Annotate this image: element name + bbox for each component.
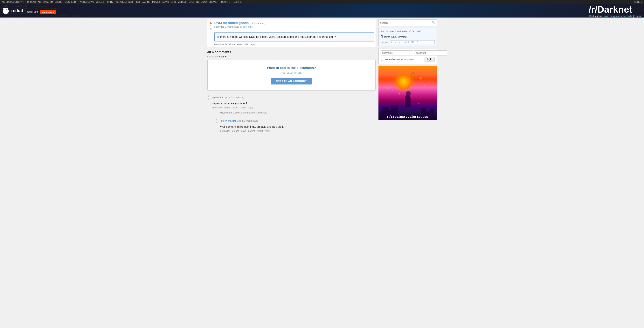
post-actions: 6 comments share save hide report [214,43,374,46]
post-domain: (self.darknet) [250,22,265,25]
login-link[interactable]: Log in [603,15,609,18]
comment-report[interactable]: report [240,106,246,109]
reply-downvote-button[interactable]: ▼ [216,121,218,124]
reply-comment-header: ▲ ▼ [-] tery_mac S 1 point 3 months ago [216,118,376,124]
post-save-link[interactable]: save [237,43,242,46]
login-bottom: remember me reset password login [380,57,435,62]
nav-link-pics[interactable]: PICS [134,1,140,3]
search-button[interactable]: 🔍 [432,21,435,24]
post-report-link[interactable]: report [250,43,256,46]
post-title-area: DNM for stolen goods (self.darknet) subm… [214,21,265,28]
comment-author-link[interactable]: exzibita [214,96,223,99]
post-header: ▲ 4 ▼ DNM for stolen goods (self.darknet… [209,21,374,31]
remember-me-checkbox[interactable] [380,58,383,61]
teal-dot-1 [387,88,388,89]
login-box: remember me reset password login [378,48,437,64]
main-container: ▲ 4 ▼ DNM for stolen goods (self.darknet… [206,18,439,140]
reddit-wordmark: reddit [11,8,23,13]
post-downvote-button[interactable]: ▼ [209,28,212,31]
sidebar-image-label: r/ImaginaryColorScapes [378,115,437,119]
nav-link-all[interactable]: ALL [37,1,42,3]
top-navigation: MY SUBREDDITS ▼ | POPULAR - ALL - RANDOM… [0,0,644,4]
nav-link-aww[interactable]: AWW [201,1,208,3]
comment-save[interactable]: save [233,106,238,109]
subreddit-subtitle: Want to join? Log in or sign up in secon… [588,15,642,18]
login-button[interactable]: login [424,57,434,62]
nav-link-todayilearned[interactable]: TODAYILEARNED [114,1,134,3]
post-author-link[interactable]: tery_mac [243,26,252,28]
comment-expand-button[interactable]: [-] [212,96,214,99]
post-title-link[interactable]: DNM for stolen goods (self.darknet) [214,21,265,25]
teal-dot-4 [418,103,419,104]
comment-upvote-button[interactable]: ▲ [208,94,210,98]
svg-point-4 [5,9,6,10]
reply-time: 3 months ago [244,119,258,122]
reply-author-link[interactable]: tery_mac [222,119,233,122]
reply-expand-button[interactable]: [-] [220,119,222,122]
nav-link-videos[interactable]: VIDEOS [95,1,104,3]
site-header: // DOOM determines the sky texture to be… [0,4,644,18]
comment-time: 3 months ago [231,96,245,99]
sidebar-image: r/ImaginaryColorScapes [378,66,437,120]
comment-actions: permalink embed save report reply [212,106,376,109]
nav-link-users[interactable]: USERS [54,1,63,3]
sort-method-link[interactable]: best ▼ [219,55,227,58]
figure-head [406,91,411,96]
nav-link-showerthoughts[interactable]: SHOWERTHOUGHTS [208,1,231,3]
reset-password-link[interactable]: reset password [401,58,417,61]
username-input[interactable] [380,50,413,56]
reply-vote: ▲ ▼ [216,118,218,124]
reply-save[interactable]: save [241,130,246,132]
my-subreddits-menu[interactable]: MY SUBREDDITS ▼ [2,1,22,3]
nav-link-random[interactable]: RANDOM [43,1,54,3]
reddit-logo[interactable]: reddit [2,7,23,15]
reply-parent[interactable]: parent [248,130,255,132]
comment-reply[interactable]: reply [248,106,253,109]
reply-reply[interactable]: reply [265,130,270,132]
nav-link-askreddit[interactable]: ASKREDDIT [65,1,78,3]
signup-link[interactable]: sign up in seconds. [612,15,632,18]
nav-link-gifs[interactable]: GIFS [170,1,176,3]
reply-embed[interactable]: embed [232,130,240,132]
reply-comment-item: ▲ ▼ [-] tery_mac S 1 point 3 months ago … [216,117,376,133]
nav-link-gaming[interactable]: GAMING [141,1,151,3]
reply-report[interactable]: report [257,130,263,132]
comment-embed[interactable]: embed [224,106,231,109]
comment-downvote-button[interactable]: ▼ [208,98,210,101]
deleted-comment-text: [+] [deleted] 1 point 3 months ago (3 ch… [220,111,376,114]
submission-points-row: 4 points (75% upvoted) [380,34,435,39]
tab-darknet[interactable]: DARKNET [25,10,40,15]
nav-link-mildlyinteresting[interactable]: MILDLYINTERESTING [177,1,200,3]
password-input[interactable] [414,50,447,56]
post-upvote-button[interactable]: ▲ [209,21,212,24]
language-link[interactable]: English [634,15,642,18]
reddit-snoo-icon [2,7,10,15]
svg-point-6 [3,8,4,10]
post-share-link[interactable]: share [229,43,235,46]
post-comments-link[interactable]: 6 comments [214,43,227,46]
my-subreddits-label: MY SUBREDDITS [2,1,20,3]
comments-sort: sorted by: best ▼ [208,55,376,58]
shortlink-input[interactable] [390,41,435,44]
search-input[interactable] [380,22,431,24]
login-fields [380,50,435,56]
nav-link-movies[interactable]: MOVIES [152,1,161,3]
nav-more[interactable]: MORE » [634,1,642,3]
nav-link-funny[interactable]: FUNNY [105,1,114,3]
svg-point-7 [7,8,8,10]
shortlink-row: shortlink: [380,41,435,44]
search-box: 🔍 [378,20,437,26]
tab-comments[interactable]: comments [40,10,56,15]
nav-link-news[interactable]: NEWS [162,1,170,3]
content-area: ▲ 4 ▼ DNM for stolen goods (self.darknet… [208,20,376,138]
comment-permalink[interactable]: permalink [212,106,222,109]
nav-link-popular[interactable]: POPULAR [25,1,36,3]
comment-points: 1 point [224,96,231,99]
reply-upvote-button[interactable]: ▲ [216,118,218,121]
nav-link-televisi[interactable]: TELEVISI [232,1,242,3]
reply-permalink[interactable]: permalink [220,130,230,132]
nav-link-worldnews[interactable]: WORLDNEWS [79,1,94,3]
post-hide-link[interactable]: hide [244,43,248,46]
create-account-button[interactable]: CREATE AN ACCOUNT [271,78,312,84]
remember-me-label: remember me [385,58,400,61]
